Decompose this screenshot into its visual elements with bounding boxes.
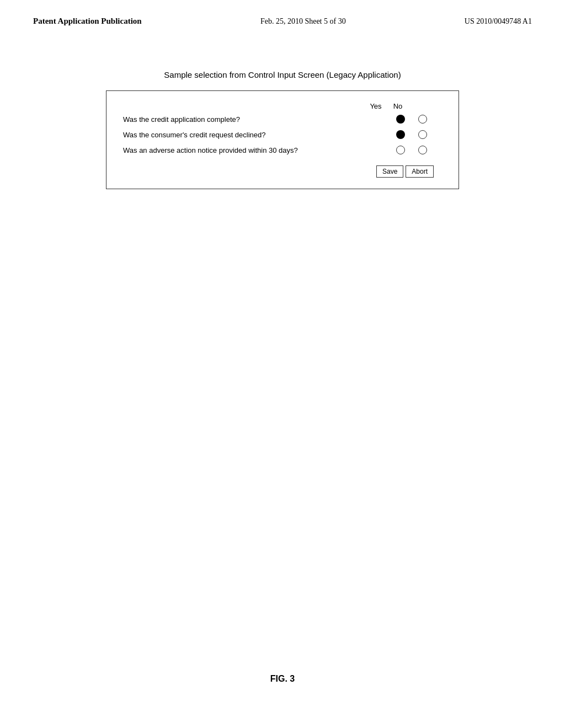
- radio-yes-3[interactable]: [390, 146, 412, 154]
- radio-group-2: [390, 130, 442, 139]
- question-text-1: Was the credit application complete?: [123, 115, 390, 124]
- abort-button[interactable]: Abort: [406, 165, 434, 178]
- radio-no-1[interactable]: [412, 115, 434, 124]
- questions-area: Yes No Was the credit application comple…: [123, 102, 442, 154]
- radio-group-1: [390, 115, 442, 124]
- yes-column-header: Yes: [365, 102, 387, 110]
- radio-empty-no-icon-3[interactable]: [418, 146, 427, 154]
- save-button[interactable]: Save: [376, 165, 403, 178]
- figure-label: FIG. 3: [270, 674, 295, 684]
- header-date-sheet: Feb. 25, 2010 Sheet 5 of 30: [260, 17, 346, 26]
- column-headers: Yes No: [123, 102, 442, 110]
- radio-yes-1[interactable]: [390, 115, 412, 124]
- radio-empty-icon-1[interactable]: [418, 115, 427, 124]
- radio-filled-icon-2[interactable]: [396, 130, 405, 139]
- radio-empty-yes-icon-3[interactable]: [396, 146, 405, 154]
- form-box: Yes No Was the credit application comple…: [106, 90, 459, 189]
- no-column-header: No: [387, 102, 409, 110]
- main-content: Sample selection from Control Input Scre…: [0, 37, 565, 222]
- radio-filled-icon-1[interactable]: [396, 115, 405, 124]
- radio-yes-2[interactable]: [390, 130, 412, 139]
- header-patent-number: US 2010/0049748 A1: [465, 17, 532, 26]
- question-row-3: Was an adverse action notice provided wi…: [123, 146, 442, 154]
- radio-empty-icon-2[interactable]: [418, 130, 427, 139]
- header-publication-label: Patent Application Publication: [33, 17, 142, 26]
- page-subtitle: Sample selection from Control Input Scre…: [44, 70, 521, 79]
- page-header: Patent Application Publication Feb. 25, …: [0, 0, 565, 37]
- buttons-row: Save Abort: [123, 165, 442, 178]
- question-text-3: Was an adverse action notice provided wi…: [123, 146, 390, 154]
- question-text-2: Was the consumer's credit request declin…: [123, 131, 390, 139]
- radio-no-2[interactable]: [412, 130, 434, 139]
- radio-no-3[interactable]: [412, 146, 434, 154]
- question-row-1: Was the credit application complete?: [123, 115, 442, 124]
- radio-group-3: [390, 146, 442, 154]
- question-row-2: Was the consumer's credit request declin…: [123, 130, 442, 139]
